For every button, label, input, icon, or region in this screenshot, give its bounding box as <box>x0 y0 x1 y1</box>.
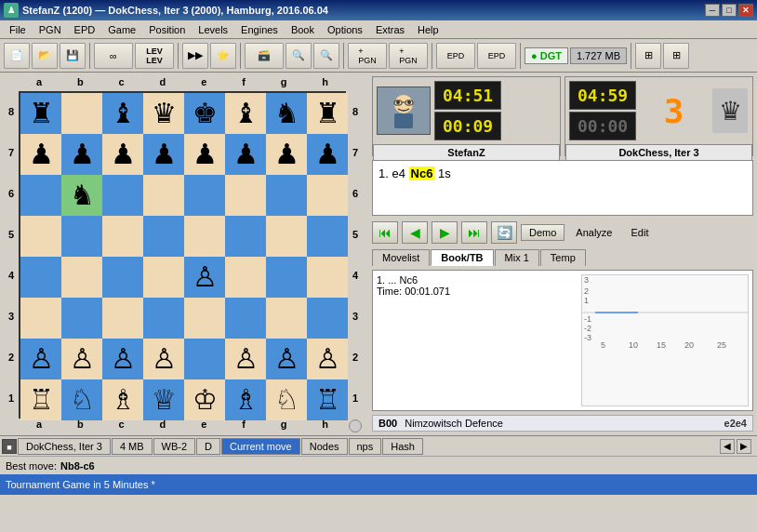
square-g3[interactable] <box>266 298 307 339</box>
tab-mix1[interactable]: Mix 1 <box>495 249 539 266</box>
square-a6[interactable] <box>20 175 61 216</box>
square-b6[interactable]: ♞ <box>61 175 102 216</box>
grid-button[interactable]: ⊞ <box>663 43 689 69</box>
square-g4[interactable] <box>266 257 307 298</box>
last-move-button[interactable]: ⏭ <box>461 221 487 244</box>
square-h4[interactable] <box>307 257 348 298</box>
square-e8[interactable]: ♚ <box>184 93 225 134</box>
infinite-button[interactable]: ∞ <box>94 43 133 69</box>
menu-extras[interactable]: Extras <box>370 22 410 37</box>
epd-button[interactable]: EPD <box>436 43 475 69</box>
square-b4[interactable] <box>61 257 102 298</box>
square-e5[interactable] <box>184 216 225 257</box>
close-button[interactable]: ✕ <box>738 4 753 17</box>
square-g5[interactable] <box>266 216 307 257</box>
square-b7[interactable]: ♟ <box>61 134 102 175</box>
next-move-button[interactable]: ▶ <box>432 221 458 244</box>
level-button[interactable]: LEVLEV <box>135 43 174 69</box>
menu-game[interactable]: Game <box>102 22 141 37</box>
square-a3[interactable] <box>20 298 61 339</box>
square-d6[interactable] <box>143 175 184 216</box>
save-button[interactable]: 💾 <box>60 43 86 69</box>
square-h5[interactable] <box>307 216 348 257</box>
maximize-button[interactable]: □ <box>722 4 737 17</box>
pgn-button[interactable]: +PGN <box>389 43 428 69</box>
rotate-button[interactable]: 🔄 <box>491 221 517 244</box>
square-e1[interactable]: ♔ <box>184 379 225 420</box>
square-h1[interactable]: ♖ <box>307 379 348 420</box>
square-d4[interactable] <box>143 257 184 298</box>
square-c3[interactable] <box>102 298 143 339</box>
chess-board[interactable]: ♜♝♛♚♝♞♜♟♟♟♟♟♟♟♟♞♙♙♙♙♙♙♙♙♖♘♗♕♔♗♘♖ <box>19 91 346 419</box>
menu-epd[interactable]: EPD <box>69 22 101 37</box>
square-c1[interactable]: ♗ <box>102 379 143 420</box>
square-b1[interactable]: ♘ <box>61 379 102 420</box>
menu-levels[interactable]: Levels <box>193 22 233 37</box>
scroll-right[interactable]: ▶ <box>737 439 751 454</box>
analyze-button[interactable]: Analyze <box>568 225 619 240</box>
tab-booktb[interactable]: Book/TB <box>431 249 493 266</box>
first-move-button[interactable]: ⏮ <box>372 221 398 244</box>
new-game-button[interactable]: 📄 <box>4 43 30 69</box>
square-h8[interactable]: ♜ <box>307 93 348 134</box>
zoom-in-button[interactable]: 🔍 <box>313 43 339 69</box>
square-c4[interactable] <box>102 257 143 298</box>
open-button[interactable]: 📂 <box>32 43 58 69</box>
square-d2[interactable]: ♙ <box>143 339 184 379</box>
demo-button[interactable]: Demo <box>521 224 564 241</box>
square-g8[interactable]: ♞ <box>266 93 307 134</box>
menu-help[interactable]: Help <box>412 22 445 37</box>
square-d1[interactable]: ♕ <box>143 379 184 420</box>
tab-movelist[interactable]: Movelist <box>372 249 430 266</box>
square-g7[interactable]: ♟ <box>266 134 307 175</box>
forward-button[interactable]: ▶▶ <box>182 43 208 69</box>
square-c6[interactable] <box>102 175 143 216</box>
menu-file[interactable]: File <box>4 22 32 37</box>
menu-options[interactable]: Options <box>322 22 368 37</box>
square-e6[interactable] <box>184 175 225 216</box>
square-d3[interactable] <box>143 298 184 339</box>
square-d5[interactable] <box>143 216 184 257</box>
edit-button[interactable]: Edit <box>623 225 656 240</box>
square-f1[interactable]: ♗ <box>225 379 266 420</box>
square-c5[interactable] <box>102 216 143 257</box>
square-a1[interactable]: ♖ <box>20 379 61 420</box>
zoom-out-button[interactable]: 🔍 <box>286 43 312 69</box>
square-f3[interactable] <box>225 298 266 339</box>
minimize-button[interactable]: ─ <box>705 4 720 17</box>
square-d7[interactable]: ♟ <box>143 134 184 175</box>
square-g6[interactable] <box>266 175 307 216</box>
square-c2[interactable]: ♙ <box>102 339 143 379</box>
square-c7[interactable]: ♟ <box>102 134 143 175</box>
square-e7[interactable]: ♟ <box>184 134 225 175</box>
menu-engines[interactable]: Engines <box>235 22 284 37</box>
star-button[interactable]: ⭐ <box>210 43 236 69</box>
square-b8[interactable] <box>61 93 102 134</box>
add-move-button[interactable]: +PGN <box>348 43 387 69</box>
menu-pgn[interactable]: PGN <box>33 22 67 37</box>
square-a8[interactable]: ♜ <box>20 93 61 134</box>
tab-temp[interactable]: Temp <box>540 249 586 266</box>
board-view-button[interactable]: 🗃️ <box>245 43 284 69</box>
square-b5[interactable] <box>61 216 102 257</box>
square-h6[interactable] <box>307 175 348 216</box>
square-f7[interactable]: ♟ <box>225 134 266 175</box>
menu-position[interactable]: Position <box>143 22 191 37</box>
settings-button[interactable]: ⊞ <box>635 43 661 69</box>
square-h3[interactable] <box>307 298 348 339</box>
square-b2[interactable]: ♙ <box>61 339 102 379</box>
square-h7[interactable]: ♟ <box>307 134 348 175</box>
menu-book[interactable]: Book <box>286 22 320 37</box>
square-f5[interactable] <box>225 216 266 257</box>
square-d8[interactable]: ♛ <box>143 93 184 134</box>
square-e3[interactable] <box>184 298 225 339</box>
square-f8[interactable]: ♝ <box>225 93 266 134</box>
square-g1[interactable]: ♘ <box>266 379 307 420</box>
prev-move-button[interactable]: ◀ <box>402 221 428 244</box>
square-c8[interactable]: ♝ <box>102 93 143 134</box>
square-f2[interactable]: ♙ <box>225 339 266 379</box>
square-a7[interactable]: ♟ <box>20 134 61 175</box>
scroll-left[interactable]: ◀ <box>720 439 735 454</box>
square-e4[interactable]: ♙ <box>184 257 225 298</box>
square-a4[interactable] <box>20 257 61 298</box>
